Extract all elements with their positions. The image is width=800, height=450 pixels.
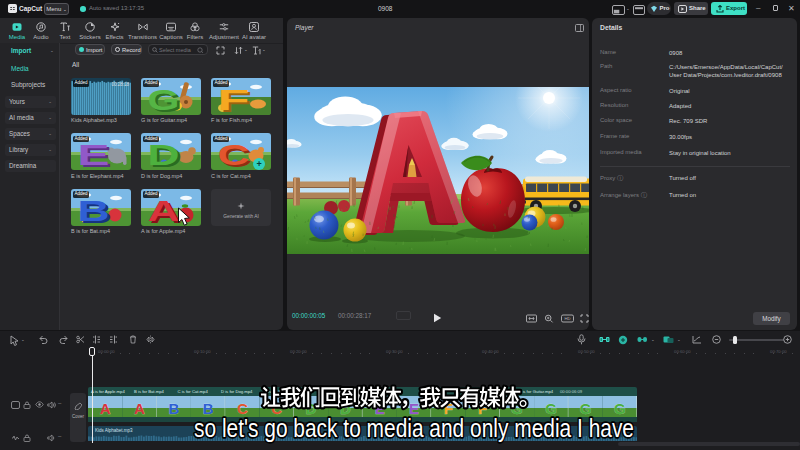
svg-text:D: D [306, 400, 317, 417]
svg-text:00:28:18: 00:28:18 [111, 81, 129, 86]
svg-text:A: A [134, 400, 145, 417]
svg-text:F: F [218, 83, 250, 115]
svg-text:HD: HD [564, 316, 570, 321]
svg-text:E: E [375, 400, 385, 417]
svg-text:G: G [148, 83, 180, 115]
svg-text:C: C [237, 400, 248, 417]
svg-text:B: B [78, 194, 110, 226]
svg-text:A: A [148, 194, 180, 226]
svg-text:B: B [168, 400, 179, 417]
svg-text:C: C [218, 138, 250, 170]
svg-text:G: G [511, 400, 523, 417]
svg-text:G: G [580, 400, 592, 417]
svg-text:D: D [148, 138, 180, 170]
svg-text:G: G [545, 400, 557, 417]
svg-text:F: F [478, 400, 487, 417]
svg-text:C: C [271, 400, 282, 417]
svg-text:G: G [614, 400, 626, 417]
svg-text:E: E [78, 138, 110, 170]
svg-text:D: D [340, 400, 351, 417]
svg-text:A: A [100, 400, 111, 417]
svg-text:F: F [444, 400, 453, 417]
svg-text:B: B [203, 400, 214, 417]
svg-text:E: E [409, 400, 419, 417]
